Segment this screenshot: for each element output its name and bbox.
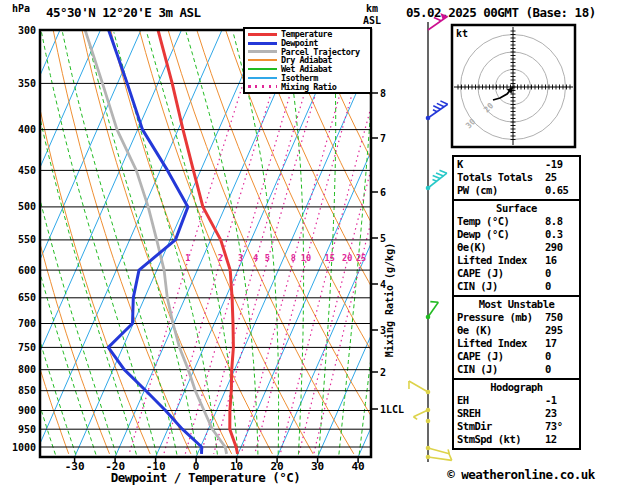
panel-row: Dewp (°C)0.3	[454, 228, 579, 241]
wind-barb	[426, 446, 450, 454]
svg-text:300: 300	[18, 25, 36, 36]
svg-text:2: 2	[380, 367, 386, 378]
legend-item: Mixing Ratio	[248, 83, 370, 91]
panel-row-value: 0	[545, 267, 551, 280]
svg-text:3: 3	[238, 253, 243, 263]
panel-box: HodographEH-1SREH23StmDir73°StmSpd (kt)1…	[452, 378, 581, 450]
panel-row: SREH23	[454, 407, 579, 420]
panel-row-value: -19	[545, 158, 562, 171]
panel-box-header: Most Unstable	[454, 298, 579, 311]
panel-row-label: θe (K)	[457, 324, 545, 337]
panel-row-value: 16	[545, 254, 557, 267]
svg-text:400: 400	[18, 124, 36, 135]
svg-text:550: 550	[18, 234, 36, 245]
isotherm-line-sample	[248, 77, 277, 79]
hodograph-unit-label: kt	[456, 28, 468, 39]
panel-row: EH-1	[454, 394, 579, 407]
hodograph: 2030kt	[452, 25, 575, 147]
svg-text:30: 30	[464, 117, 477, 130]
svg-text:1: 1	[185, 253, 190, 263]
copyright: © weatheronline.co.uk	[413, 467, 629, 482]
panel-row: CIN (J)0	[454, 280, 579, 293]
panel-row-value: 23	[545, 407, 557, 420]
panel-row: Lifted Index16	[454, 254, 579, 267]
parcel-line-sample	[248, 50, 277, 53]
panel-row-value: 0	[545, 363, 551, 376]
svg-text:1LCL: 1LCL	[380, 404, 404, 415]
temperature-line-sample	[248, 33, 277, 36]
panel-box: K-19Totals Totals25PW (cm)0.65	[452, 155, 581, 201]
indices-panel: K-19Totals Totals25PW (cm)0.65SurfaceTem…	[452, 155, 581, 450]
svg-text:10: 10	[301, 253, 311, 263]
wind-barb	[426, 170, 447, 190]
panel-row-value: 8.8	[545, 215, 562, 228]
svg-text:700: 700	[18, 318, 36, 329]
svg-text:1000: 1000	[12, 442, 36, 453]
svg-text:5: 5	[380, 233, 386, 244]
panel-row-value: 0.3	[545, 228, 562, 241]
panel-row-label: Pressure (mb)	[457, 311, 545, 324]
panel-row-label: CAPE (J)	[457, 350, 545, 363]
svg-text:850: 850	[18, 385, 36, 396]
svg-text:650: 650	[18, 292, 36, 303]
panel-row-value: 0	[545, 350, 551, 363]
panel-row: K-19	[454, 158, 579, 171]
panel-row-label: Totals Totals	[457, 171, 545, 184]
panel-row: PW (cm)0.65	[454, 184, 579, 197]
panel-row-value: 17	[545, 337, 557, 350]
panel-row-label: Lifted Index	[457, 337, 545, 350]
dewpoint-line-sample	[248, 42, 277, 45]
wind-barb	[426, 101, 448, 120]
wind-barb	[409, 381, 430, 394]
svg-text:25: 25	[356, 253, 366, 263]
panel-row-value: 0	[545, 280, 551, 293]
panel-row-value: 750	[545, 311, 562, 324]
svg-text:hPa: hPa	[12, 3, 30, 14]
panel-row-value: -1	[545, 394, 557, 407]
panel-row-value: 0.65	[545, 184, 568, 197]
svg-text:20: 20	[342, 253, 352, 263]
panel-row-label: StmDir	[457, 420, 545, 433]
panel-row-label: θe(K)	[457, 241, 545, 254]
svg-text:20: 20	[482, 101, 495, 114]
panel-row-label: SREH	[457, 407, 545, 420]
panel-row-value: 25	[545, 171, 557, 184]
wind-barb	[428, 13, 448, 30]
svg-text:750: 750	[18, 342, 36, 353]
panel-row: Lifted Index17	[454, 337, 579, 350]
panel-row: StmSpd (kt)12	[454, 433, 579, 446]
panel-row-label: EH	[457, 394, 545, 407]
svg-text:4: 4	[253, 253, 258, 263]
panel-row-value: 12	[545, 433, 557, 446]
panel-row-label: Lifted Index	[457, 254, 545, 267]
panel-row: Temp (°C)8.8	[454, 215, 579, 228]
panel-box-header: Hodograph	[454, 381, 579, 394]
svg-text:7: 7	[380, 133, 386, 144]
svg-text:800: 800	[18, 364, 36, 375]
wind-barb-column	[409, 13, 452, 462]
temperature-axis-label: Dewpoint / Temperature (°C)	[40, 470, 371, 485]
panel-row: θe(K)290	[454, 241, 579, 254]
svg-text:ASL: ASL	[363, 15, 381, 26]
panel-row-label: Temp (°C)	[457, 215, 545, 228]
pressure-tick-labels: 3003504004505005506006507007508008509009…	[12, 25, 36, 453]
svg-text:350: 350	[18, 78, 36, 89]
panel-row: Pressure (mb)750	[454, 311, 579, 324]
panel-row: CAPE (J)0	[454, 350, 579, 363]
panel-box: SurfaceTemp (°C)8.8Dewp (°C)0.3θe(K)290L…	[452, 199, 581, 297]
mixing-ratio-labels: 12345810152025	[185, 253, 366, 263]
panel-row-label: CIN (J)	[457, 280, 545, 293]
panel-row-value: 73°	[545, 420, 562, 433]
svg-text:900: 900	[18, 405, 36, 416]
panel-row: StmDir73°	[454, 420, 579, 433]
svg-text:950: 950	[18, 424, 36, 435]
dry-adiabat-line-sample	[248, 59, 277, 61]
svg-text:15: 15	[325, 253, 335, 263]
svg-text:6: 6	[380, 187, 386, 198]
panel-row: CIN (J)0	[454, 363, 579, 376]
panel-row-label: K	[457, 158, 545, 171]
mixing-ratio-line-sample	[248, 85, 277, 88]
panel-box-header: Surface	[454, 202, 579, 215]
panel-row: θe (K)295	[454, 324, 579, 337]
panel-row-label: CIN (J)	[457, 363, 545, 376]
